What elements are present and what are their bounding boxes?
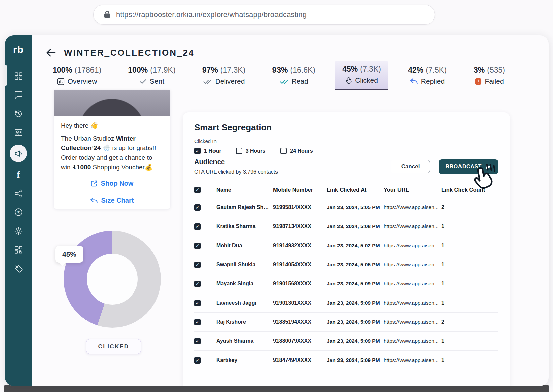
smart-segregation-panel: Smart Segregation Clicked In 1 Hour 3 Ho… xyxy=(183,112,510,386)
cell-name: Mohit Dua xyxy=(216,243,273,249)
cell-count: 1 xyxy=(441,357,498,363)
cell-name: Swapnil Shukla xyxy=(216,262,273,268)
stat-tab-overview[interactable]: 100%(17861) Overview xyxy=(45,62,109,90)
sidebar: rb f xyxy=(5,35,32,386)
col-clicked-at: Link Clicked At xyxy=(327,187,384,193)
table-row[interactable]: Lavneesh Jaggi 91901301XXXX Jan 23, 2024… xyxy=(194,293,498,312)
filter-1-hour[interactable]: 1 Hour xyxy=(194,148,221,154)
campaign-header: WINTER_COLLECTION_24 xyxy=(32,35,549,62)
stat-label: Read xyxy=(292,77,308,85)
cell-clicked-at: Jan 23, 2024, 5:09 PM xyxy=(327,319,384,325)
sidebar-item-integrations[interactable] xyxy=(9,184,28,203)
table-row[interactable]: Gautam Rajesh Shelley 91995814XXXX Jan 2… xyxy=(194,198,498,217)
stat-label: Clicked xyxy=(355,76,378,84)
sidebar-item-broadcast[interactable] xyxy=(10,145,27,162)
broadcast-icon xyxy=(14,149,23,158)
cell-mobile: 91901301XXXX xyxy=(273,300,327,306)
table-row[interactable]: Kratika Sharma 91987134XXXX Jan 23, 2024… xyxy=(194,217,498,236)
table-row[interactable]: Swapnil Shukla 91914054XXXX Jan 23, 2024… xyxy=(194,255,498,274)
url-text[interactable]: https://rapbooster.orkia.in/explore/what… xyxy=(116,10,307,19)
stat-percent: 100% xyxy=(53,66,72,74)
row-checkbox[interactable] xyxy=(194,243,201,249)
replied-arrow-icon xyxy=(410,78,418,85)
panel-title: Smart Segregation xyxy=(194,122,498,133)
stat-tab-read[interactable]: 93%(16.6K) Read xyxy=(265,62,323,90)
select-all-checkbox[interactable] xyxy=(194,187,201,193)
stat-percent: 3% xyxy=(474,66,485,74)
page-title: WINTER_COLLECTION_24 xyxy=(64,48,194,58)
sidebar-item-apps[interactable] xyxy=(9,240,28,259)
cell-mobile: 91914932XXXX xyxy=(273,243,327,249)
filter-label: 24 Hours xyxy=(290,148,313,154)
checkbox-icon[interactable] xyxy=(194,148,201,154)
cell-mobile: 91901568XXXX xyxy=(273,281,327,287)
sidebar-nav: f ₹ xyxy=(9,67,28,278)
chat-icon xyxy=(14,90,23,100)
row-checkbox[interactable] xyxy=(194,262,201,268)
content-area: Hey there 👋 The Urban Studioz Winter Col… xyxy=(32,90,549,386)
col-name: Name xyxy=(216,187,273,193)
stat-label: Sent xyxy=(150,77,164,85)
stat-tab-clicked[interactable]: 45%(7.3K) Clicked xyxy=(335,61,388,90)
row-checkbox[interactable] xyxy=(194,357,201,364)
table-row[interactable]: Kartikey 91847494XXXX Jan 23, 2024, 5:09… xyxy=(194,350,498,370)
stat-tab-sent[interactable]: 100%(17.9K) Sent xyxy=(121,62,183,90)
stat-label: Replied xyxy=(421,77,445,85)
sidebar-item-history[interactable] xyxy=(9,104,28,123)
stat-percent: 97% xyxy=(202,66,218,74)
table-row[interactable]: Raj Kishore 91885194XXXX Jan 23, 2024, 5… xyxy=(194,312,498,331)
browser-url-bar[interactable]: https://rapbooster.orkia.in/explore/what… xyxy=(93,5,435,25)
stat-tab-delivered[interactable]: 97%(17.3K) Delivered xyxy=(195,62,253,90)
audience-table-body: Gautam Rajesh Shelley 91995814XXXX Jan 2… xyxy=(194,198,498,370)
cell-url: https://www.app.aisen... xyxy=(384,281,441,287)
size-chart-button[interactable]: Size Chart xyxy=(54,192,170,209)
cancel-button[interactable]: Cancel xyxy=(391,160,430,173)
failed-icon xyxy=(475,78,482,85)
cell-url: https://www.app.aisen... xyxy=(384,243,441,249)
row-checkbox[interactable] xyxy=(194,338,201,344)
screen: https://rapbooster.orkia.in/explore/what… xyxy=(0,0,553,392)
shop-now-button[interactable]: Shop Now xyxy=(54,175,170,192)
back-button[interactable] xyxy=(46,48,56,57)
sidebar-item-contacts[interactable] xyxy=(9,123,28,142)
sidebar-item-tags[interactable] xyxy=(9,259,28,278)
table-row[interactable]: Mohit Dua 91914932XXXX Jan 23, 2024, 5:0… xyxy=(194,236,498,255)
qr-grid-icon xyxy=(14,245,23,254)
filter-24-hours[interactable]: 24 Hours xyxy=(280,148,313,154)
sidebar-item-facebook[interactable]: f xyxy=(9,165,28,184)
filter-label: 1 Hour xyxy=(204,148,221,154)
table-row[interactable]: Ayush Sharma 91880079XXXX Jan 23, 2024, … xyxy=(194,331,498,350)
table-row[interactable]: Mayank Singla 91901568XXXX Jan 23, 2024,… xyxy=(194,274,498,293)
sidebar-item-payments[interactable]: ₹ xyxy=(9,203,28,221)
stat-percent: 45% xyxy=(342,65,358,73)
stat-tab-replied[interactable]: 42%(7.5K) Replied xyxy=(401,62,454,90)
row-checkbox[interactable] xyxy=(194,300,201,306)
checkbox-icon[interactable] xyxy=(236,148,242,154)
sidebar-item-chats[interactable] xyxy=(9,85,28,104)
row-checkbox[interactable] xyxy=(194,281,201,287)
stat-label: Failed xyxy=(485,77,504,85)
shop-now-label: Shop Now xyxy=(101,180,134,187)
cell-url: https://www.app.aisen... xyxy=(384,357,441,363)
cell-clicked-at: Jan 23, 2024, 5:08 PM xyxy=(327,223,384,230)
row-checkbox[interactable] xyxy=(194,223,201,230)
sidebar-item-settings[interactable] xyxy=(9,221,28,240)
audience-subtext: CTA URL clicked by 3,796 contacts xyxy=(194,169,278,175)
app-logo[interactable]: rb xyxy=(13,44,24,55)
app-window: rb f xyxy=(5,35,549,386)
cell-count: 1 xyxy=(441,243,498,249)
row-checkbox[interactable] xyxy=(194,319,201,325)
message-body: The Urban Studioz Winter Collection’24 🌨… xyxy=(61,134,163,172)
clicked-legend-button[interactable]: CLICKED xyxy=(86,339,141,354)
cell-count: 1 xyxy=(441,300,498,306)
row-checkbox[interactable] xyxy=(194,204,201,211)
cell-mobile: 91847494XXXX xyxy=(273,357,327,363)
cell-url: https://www.app.aisen... xyxy=(384,223,441,230)
rupee-chat-icon: ₹ xyxy=(14,208,23,217)
checkbox-icon[interactable] xyxy=(280,148,287,154)
stat-tab-failed[interactable]: 3%(535) Failed xyxy=(466,62,512,90)
audience-label: Audience xyxy=(194,158,278,166)
sidebar-item-dashboard[interactable] xyxy=(9,67,28,85)
filter-3-hours[interactable]: 3 Hours xyxy=(236,148,266,154)
cell-count: 1 xyxy=(441,262,498,268)
